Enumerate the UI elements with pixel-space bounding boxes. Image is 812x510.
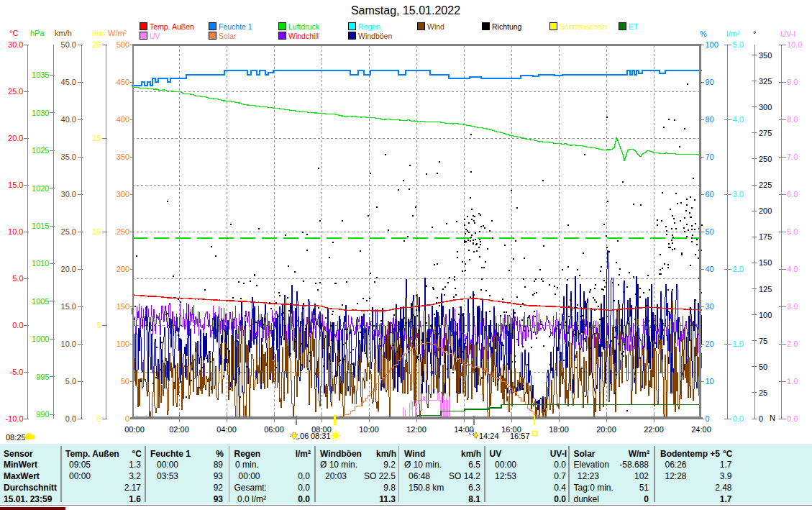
svg-text:1.7: 1.7: [720, 494, 732, 504]
svg-text:250: 250: [759, 155, 772, 163]
svg-text:km/h: km/h: [55, 29, 72, 37]
svg-text:1000: 1000: [32, 334, 49, 343]
svg-text:22:00: 22:00: [644, 425, 664, 434]
svg-text:Temp. Außen: Temp. Außen: [150, 22, 194, 31]
svg-text:100: 100: [759, 311, 772, 319]
svg-text:10:00: 10:00: [359, 425, 379, 434]
svg-text:0: 0: [96, 414, 101, 423]
svg-text:40.0: 40.0: [61, 115, 76, 124]
svg-text:Windchill: Windchill: [288, 32, 319, 40]
svg-text:Durchschnitt: Durchschnitt: [4, 483, 57, 493]
svg-text:00:00: 00:00: [124, 425, 145, 434]
svg-text:l/m²: l/m²: [296, 449, 311, 459]
svg-text:UV-I: UV-I: [550, 449, 567, 459]
svg-text:Sensor: Sensor: [4, 449, 33, 459]
svg-text:100: 100: [706, 40, 719, 49]
svg-text:°: °: [753, 29, 756, 38]
svg-text:3.0: 3.0: [787, 302, 798, 311]
svg-text:03:53: 03:53: [157, 471, 178, 481]
svg-text:20:03: 20:03: [325, 471, 347, 481]
svg-text:Wind: Wind: [427, 22, 444, 31]
svg-text:7.0: 7.0: [787, 152, 798, 161]
svg-text:Samstag, 15.01.2022: Samstag, 15.01.2022: [351, 4, 460, 17]
svg-text:50: 50: [121, 377, 129, 386]
svg-text:1020: 1020: [32, 184, 49, 193]
svg-text:1010: 1010: [32, 259, 49, 268]
svg-text:325: 325: [759, 77, 772, 86]
svg-text:Feuchte 1: Feuchte 1: [150, 449, 191, 459]
svg-text:10.0: 10.0: [8, 227, 23, 236]
svg-text:200: 200: [117, 265, 129, 273]
svg-text:70: 70: [706, 152, 714, 161]
svg-text:150: 150: [759, 258, 772, 267]
svg-text:2.0: 2.0: [733, 265, 744, 273]
svg-text:1025: 1025: [32, 146, 49, 155]
svg-text:Windböen: Windböen: [320, 449, 362, 459]
svg-text:hPa: hPa: [30, 29, 45, 37]
svg-text:5.0: 5.0: [65, 377, 76, 386]
svg-text:12:28: 12:28: [665, 471, 687, 481]
svg-text:0.7: 0.7: [554, 471, 566, 481]
svg-text:5.0: 5.0: [733, 40, 744, 49]
svg-text:00:00: 00:00: [495, 460, 516, 470]
svg-text:93: 93: [214, 471, 224, 481]
svg-text:06:00: 06:00: [264, 425, 284, 434]
svg-text:350: 350: [759, 51, 772, 60]
svg-text:175: 175: [759, 232, 772, 241]
svg-text:0.0: 0.0: [298, 483, 310, 493]
svg-text:°C: °C: [723, 449, 733, 459]
svg-text:Luftdruck: Luftdruck: [288, 22, 320, 31]
svg-text:00:00: 00:00: [157, 460, 178, 470]
svg-text:W/m²: W/m²: [629, 449, 649, 459]
svg-text:75: 75: [759, 337, 767, 345]
svg-text:-10.0: -10.0: [5, 414, 23, 423]
svg-text:Regen: Regen: [234, 449, 261, 459]
svg-text:06:26: 06:26: [665, 460, 687, 470]
svg-text:Temp. Außen: Temp. Außen: [65, 449, 119, 459]
svg-text:Elevation: Elevation: [574, 460, 609, 470]
svg-text:24:00: 24:00: [691, 425, 711, 434]
svg-text:89: 89: [214, 460, 224, 470]
svg-text:6.3: 6.3: [468, 483, 480, 493]
svg-text:0.0 l/m²: 0.0 l/m²: [237, 494, 266, 504]
svg-text:Tag:0 min.: Tag:0 min.: [574, 483, 613, 493]
svg-text:0.0: 0.0: [554, 460, 566, 470]
svg-text:Ø 10 min.: Ø 10 min.: [404, 460, 442, 470]
svg-text:25.0: 25.0: [8, 87, 23, 96]
svg-text:40: 40: [706, 265, 714, 273]
svg-text:.06: .06: [298, 432, 309, 440]
svg-text:225: 225: [759, 181, 772, 189]
svg-text:51: 51: [639, 483, 649, 493]
svg-text:14:00: 14:00: [454, 425, 474, 434]
svg-text:1.3: 1.3: [129, 460, 141, 470]
svg-text:25.0: 25.0: [61, 227, 76, 236]
svg-text:60: 60: [706, 190, 714, 199]
svg-text:11.3: 11.3: [379, 494, 396, 504]
svg-text:Bodentemp +5: Bodentemp +5: [660, 449, 720, 459]
svg-text:00:00: 00:00: [239, 471, 260, 481]
svg-text:90: 90: [706, 78, 714, 86]
svg-text:-5.0: -5.0: [10, 368, 24, 376]
svg-text:°C: °C: [132, 449, 142, 459]
svg-text:300: 300: [759, 103, 772, 111]
svg-text:min: min: [92, 29, 105, 37]
svg-text:100: 100: [117, 340, 129, 348]
svg-text:15.01. 23:59: 15.01. 23:59: [4, 494, 53, 504]
svg-text:250: 250: [117, 227, 129, 236]
svg-text:5.0: 5.0: [787, 227, 798, 236]
svg-text:Gesamt:: Gesamt:: [234, 483, 267, 493]
svg-text:50: 50: [706, 227, 714, 236]
svg-text:km/h: km/h: [376, 449, 396, 459]
svg-text:SO 14.2: SO 14.2: [449, 471, 480, 481]
svg-text:5: 5: [96, 321, 101, 329]
svg-text:200: 200: [759, 206, 772, 215]
svg-text:8.1: 8.1: [468, 494, 480, 504]
svg-text:09:05: 09:05: [69, 460, 91, 470]
svg-text:9.8: 9.8: [383, 483, 396, 493]
svg-text:9.0: 9.0: [787, 78, 798, 86]
svg-text:0.0: 0.0: [65, 414, 76, 423]
svg-text:3.9: 3.9: [720, 471, 732, 481]
svg-text:10: 10: [92, 227, 101, 236]
svg-text:8.0: 8.0: [787, 115, 798, 124]
svg-text:125: 125: [759, 285, 772, 293]
